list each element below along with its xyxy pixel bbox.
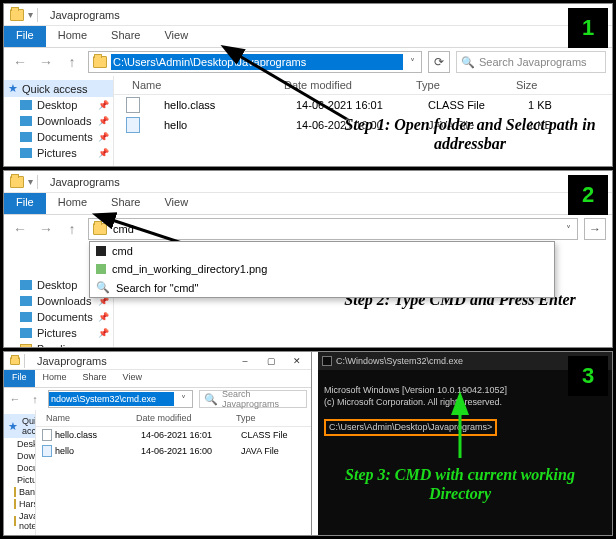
search-input[interactable]: 🔍 Search Javaprograms — [456, 51, 606, 73]
col-date[interactable]: Date modified — [284, 79, 416, 91]
nav-back-button[interactable]: ← — [8, 389, 22, 409]
search-input[interactable]: 🔍 Search Javaprograms — [199, 390, 307, 408]
file-list: Name Date modified Type hello.class 14-0… — [36, 410, 311, 535]
refresh-button[interactable]: ⟳ — [428, 51, 450, 73]
sidebar-item-pictures[interactable]: Pictures📌 — [4, 474, 35, 486]
sidebar-item-notepad[interactable]: Java notepad+... — [4, 510, 35, 532]
address-bar[interactable]: C:\Users\Admin\Desktop\Javaprograms ˅ — [88, 51, 422, 73]
tab-home[interactable]: Home — [46, 26, 99, 47]
sidebar-item-downloads[interactable]: Downloads📌 — [4, 113, 113, 129]
quick-access-header[interactable]: ★ Quick access — [4, 80, 113, 97]
sidebar-label: Bandicam — [37, 343, 86, 347]
sidebar-label: Java notepad+... — [19, 511, 36, 531]
nav-up-button[interactable]: ↑ — [62, 52, 82, 72]
go-button[interactable]: → — [584, 218, 606, 240]
tab-share[interactable]: Share — [99, 193, 152, 214]
file-row[interactable]: hello 14-06-2021 16:00 JAVA File — [36, 443, 311, 459]
qat-customize-icon[interactable]: ▾ — [28, 176, 33, 187]
sidebar-item-documents[interactable]: Documents📌 — [4, 309, 113, 325]
close-button[interactable]: ✕ — [285, 354, 309, 368]
search-placeholder: Search Javaprograms — [222, 389, 302, 409]
documents-icon — [20, 312, 32, 322]
tab-home[interactable]: Home — [46, 193, 99, 214]
folder-icon — [14, 516, 16, 526]
tab-file[interactable]: File — [4, 193, 46, 214]
col-type[interactable]: Type — [236, 413, 306, 423]
address-path[interactable]: C:\Users\Admin\Desktop\Javaprograms — [111, 54, 403, 70]
nav-forward-button[interactable]: → — [36, 219, 56, 239]
tab-file[interactable]: File — [4, 26, 46, 47]
address-path[interactable]: ndows\System32\cmd.exe — [49, 392, 174, 406]
folder-icon — [10, 176, 24, 188]
desktop-icon — [20, 280, 32, 290]
downloads-icon — [20, 116, 32, 126]
window-title: Javaprograms — [44, 9, 120, 21]
star-icon: ★ — [8, 420, 18, 433]
nav-up-button[interactable]: ↑ — [62, 219, 82, 239]
address-dropdown-icon[interactable]: ˅ — [403, 57, 421, 68]
nav-up-button[interactable]: ↑ — [28, 389, 42, 409]
file-date: 14-06-2021 16:01 — [296, 99, 428, 111]
address-bar[interactable]: cmd ˅ cmd cmd_in_working_directory1.png … — [88, 218, 578, 240]
col-date[interactable]: Date modified — [136, 413, 236, 423]
suggestion-label: cmd_in_working_directory1.png — [112, 263, 267, 275]
quick-access-label: Quick access — [22, 416, 36, 436]
sidebar-item-desktop[interactable]: Desktop📌 — [4, 97, 113, 113]
sidebar-label: Downloads — [37, 115, 91, 127]
window-titlebar: ▾ Javaprograms — [4, 4, 612, 26]
column-headers[interactable]: Name Date modified Type Size — [114, 76, 612, 95]
address-dropdown-icon[interactable]: ˅ — [174, 394, 192, 405]
sidebar-item-bandicam[interactable]: Bandicam — [4, 486, 35, 498]
suggestion-label: cmd — [112, 245, 133, 257]
sidebar-item-desktop[interactable]: Desktop📌 — [4, 438, 35, 450]
column-headers[interactable]: Name Date modified Type — [36, 410, 311, 427]
tab-home[interactable]: Home — [35, 370, 75, 387]
sidebar-item-documents[interactable]: Documents📌 — [4, 129, 113, 145]
sidebar-item-bandicam[interactable]: Bandicam — [4, 341, 113, 347]
suggestion-item[interactable]: cmd — [90, 242, 554, 260]
sidebar-item-downloads[interactable]: Downloads📌 — [4, 450, 35, 462]
ribbon-tabs: File Home Share View — [4, 193, 612, 215]
tab-share[interactable]: Share — [75, 370, 115, 387]
suggestion-label: Search for "cmd" — [116, 282, 198, 294]
folder-icon — [93, 56, 107, 68]
file-type: JAVA File — [241, 446, 311, 456]
tab-file[interactable]: File — [4, 370, 35, 387]
suggestion-item[interactable]: cmd_in_working_directory1.png — [90, 260, 554, 278]
qat-customize-icon[interactable]: ▾ — [28, 9, 33, 20]
window-title: Javaprograms — [44, 176, 120, 188]
window-titlebar: ▾ Javaprograms — [4, 171, 612, 193]
sidebar-item-pictures[interactable]: Pictures📌 — [4, 145, 113, 161]
ribbon-tabs: File Home Share View — [4, 26, 612, 48]
cmd-line: Microsoft Windows [Version 10.0.19042.10… — [324, 385, 507, 395]
minimize-button[interactable]: – — [233, 354, 257, 368]
folder-icon — [93, 223, 107, 235]
tab-view[interactable]: View — [152, 26, 200, 47]
address-dropdown-icon[interactable]: ˅ — [559, 224, 577, 235]
col-name[interactable]: Name — [36, 413, 136, 423]
address-bar[interactable]: ndows\System32\cmd.exe ˅ — [48, 390, 193, 408]
address-input-text[interactable]: cmd — [111, 221, 559, 237]
sidebar-item-harshu[interactable]: Harshu — [4, 498, 35, 510]
star-icon: ★ — [8, 82, 18, 95]
tab-share[interactable]: Share — [99, 26, 152, 47]
col-name[interactable]: Name — [114, 79, 284, 91]
col-size[interactable]: Size — [516, 79, 576, 91]
sidebar: ★Quick access Desktop📌 Downloads📌 Docume… — [4, 410, 36, 535]
sidebar-item-documents[interactable]: Documents📌 — [4, 462, 35, 474]
tab-view[interactable]: View — [152, 193, 200, 214]
suggestion-search[interactable]: 🔍Search for "cmd" — [90, 278, 554, 297]
nav-forward-button[interactable]: → — [36, 52, 56, 72]
nav-back-button[interactable]: ← — [10, 219, 30, 239]
col-type[interactable]: Type — [416, 79, 516, 91]
step-number-badge: 1 — [568, 8, 608, 48]
file-row[interactable]: hello.class 14-06-2021 16:01 CLASS File … — [114, 95, 612, 115]
tab-view[interactable]: View — [115, 370, 150, 387]
nav-back-button[interactable]: ← — [10, 52, 30, 72]
sidebar-item-pictures[interactable]: Pictures📌 — [4, 325, 113, 341]
maximize-button[interactable]: ▢ — [259, 354, 283, 368]
file-name: hello — [146, 119, 296, 131]
pin-icon: 📌 — [98, 148, 109, 158]
quick-access-header[interactable]: ★Quick access — [4, 414, 35, 438]
file-row[interactable]: hello.class 14-06-2021 16:01 CLASS File — [36, 427, 311, 443]
